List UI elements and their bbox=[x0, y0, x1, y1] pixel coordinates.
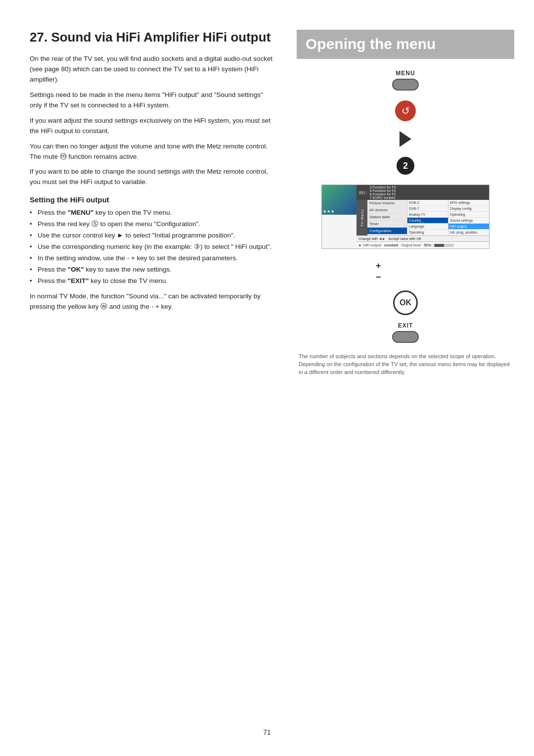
output-level-value: 50% bbox=[424, 243, 431, 247]
output-level-label: Output level bbox=[401, 243, 421, 247]
menu-top-f1: 8 Function for F1 bbox=[370, 192, 396, 196]
col-mid-country: Country _ bbox=[407, 218, 448, 224]
red-key-step: ↺ bbox=[395, 100, 416, 121]
exit-button-oval[interactable] bbox=[392, 331, 419, 343]
num-2-step: 2 bbox=[397, 157, 414, 175]
bullet-7: Press the "EXIT" key to close the TV men… bbox=[30, 276, 277, 286]
minus-key[interactable]: − bbox=[376, 272, 381, 283]
col-right-sound: Sound settings bbox=[448, 218, 489, 224]
steps-area: MENU ↺ 2 ★★★ bbox=[297, 70, 514, 377]
bullet-4: Use the corresponding numeric key (in th… bbox=[30, 242, 277, 252]
col-mid-operating: Operating bbox=[407, 230, 448, 236]
tv-menu-diagram: ★★★ F1↑ 0 Function for F3 bbox=[321, 185, 490, 249]
ok-button-step: OK bbox=[393, 290, 418, 315]
tv-menu-sidebar-label: TV-Menu bbox=[356, 200, 367, 236]
chapter-number: 27. bbox=[30, 30, 47, 45]
col-right-hifi: HiFi output bbox=[448, 224, 489, 230]
menu-item-timer: Timer bbox=[367, 221, 407, 228]
col-right-operating: Operating bbox=[448, 212, 489, 218]
tv-menu-left-items: Picture-Volume AV devices Station table … bbox=[367, 200, 407, 236]
plus-key[interactable]: + bbox=[376, 261, 381, 271]
right-column: Opening the menu MENU ↺ 2 bbox=[292, 30, 514, 736]
page-number: 71 bbox=[263, 728, 271, 736]
col-mid-dvbt: DVB-T bbox=[407, 206, 448, 212]
hifi-output-label: ► HiFi output bbox=[358, 243, 381, 247]
ok-button[interactable]: OK bbox=[393, 290, 418, 315]
bullet-2: Press the red key Ⓢ to open the menu "Co… bbox=[30, 219, 277, 230]
tv-menu-footer: Change with ◄► Accept value with OK bbox=[356, 236, 489, 241]
num-2-icon: 2 bbox=[397, 157, 414, 175]
body-para-5: If you want to be able to change the sou… bbox=[30, 167, 277, 188]
menu-label: MENU bbox=[396, 70, 415, 77]
menu-item-picture: Picture-Volume bbox=[367, 200, 407, 207]
bold-menu: "MENU" bbox=[68, 209, 94, 216]
bullet-6: Press the "OK" key to save the new setti… bbox=[30, 265, 277, 275]
menu-item-station: Station table bbox=[367, 214, 407, 221]
left-column: 27. Sound via HiFi Amplifier HiFi output… bbox=[30, 30, 292, 736]
bullet-3: Use the cursor control key ► to select "… bbox=[30, 231, 277, 241]
footer-change: Change with ◄► bbox=[358, 237, 386, 240]
closing-paragraph: In normal TV Mode, the function "Sound v… bbox=[30, 291, 277, 312]
menu-button-oval[interactable] bbox=[392, 79, 419, 91]
menu-top-f2: 9 Function for F2 bbox=[370, 189, 396, 192]
menu-button-step: MENU bbox=[392, 70, 419, 91]
col-right-epg: EPG settings bbox=[448, 200, 489, 206]
hifi-bar: ► HiFi output constant Output level 50% bbox=[356, 241, 489, 248]
body-para-2: Settings need to be made in the menu ite… bbox=[30, 90, 277, 111]
footer-accept: Accept value with OK bbox=[389, 237, 422, 240]
bold-exit: "EXIT" bbox=[68, 277, 89, 284]
menu-top-f3: 0 Function for F3 bbox=[370, 186, 396, 189]
section-header: Opening the menu bbox=[297, 30, 514, 59]
bullet-5: In the setting window, use the - + key t… bbox=[30, 253, 277, 264]
col-mid-dvbc: DVB-C bbox=[407, 200, 448, 206]
col-mid-language: Language bbox=[407, 224, 448, 230]
f1-badge: F1↑ bbox=[358, 190, 367, 195]
menu-item-av: AV devices bbox=[367, 207, 407, 214]
bold-ok: "OK" bbox=[68, 266, 84, 273]
exit-button-step: EXIT bbox=[392, 322, 419, 343]
menu-item-config: Configuration bbox=[367, 228, 407, 235]
bullet-1: Press the "MENU" key to open the TV menu… bbox=[30, 208, 277, 218]
tv-menu-right-col: EPG settings Display config. Operating S… bbox=[448, 200, 489, 236]
arrow-right-step bbox=[400, 131, 411, 147]
subheading: Setting the HiFi output bbox=[30, 195, 277, 204]
section-header-title: Opening the menu bbox=[306, 36, 505, 52]
hifi-bar-progress bbox=[434, 244, 454, 247]
plusminus-keys: + − bbox=[376, 261, 415, 283]
chapter-title: 27. Sound via HiFi Amplifier HiFi output bbox=[30, 30, 277, 45]
tv-thumbnail: ★★★ bbox=[322, 185, 356, 215]
arrow-right-icon bbox=[400, 131, 411, 147]
bottom-note: The number of subjects and sections depe… bbox=[297, 353, 514, 377]
red-key-icon[interactable]: ↺ bbox=[395, 100, 416, 121]
col-mid-analog: Analog-TV bbox=[407, 212, 448, 218]
hifi-output-value: constant bbox=[384, 243, 398, 247]
tv-menu-middle-col: DVB-C DVB-T Analog-TV Country _ Language… bbox=[407, 200, 448, 236]
tv-stars: ★★★ bbox=[323, 209, 335, 214]
chapter-title-text: Sound via HiFi Amplifier HiFi output bbox=[51, 30, 270, 45]
menu-top-euro: 7 EURO sockets bbox=[370, 196, 396, 199]
body-para-4: You can then no longer adjust the volume… bbox=[30, 142, 277, 162]
body-para-3: If you want adjust the sound settings ex… bbox=[30, 116, 277, 137]
exit-label: EXIT bbox=[398, 322, 413, 329]
body-para-1: On the rear of the TV set, you will find… bbox=[30, 54, 277, 85]
col-right-init: Init. prog. position bbox=[448, 230, 489, 236]
bullet-list: Press the "MENU" key to open the TV menu… bbox=[30, 208, 277, 286]
hifi-bar-fill bbox=[434, 244, 444, 247]
col-right-display: Display config. bbox=[448, 206, 489, 212]
